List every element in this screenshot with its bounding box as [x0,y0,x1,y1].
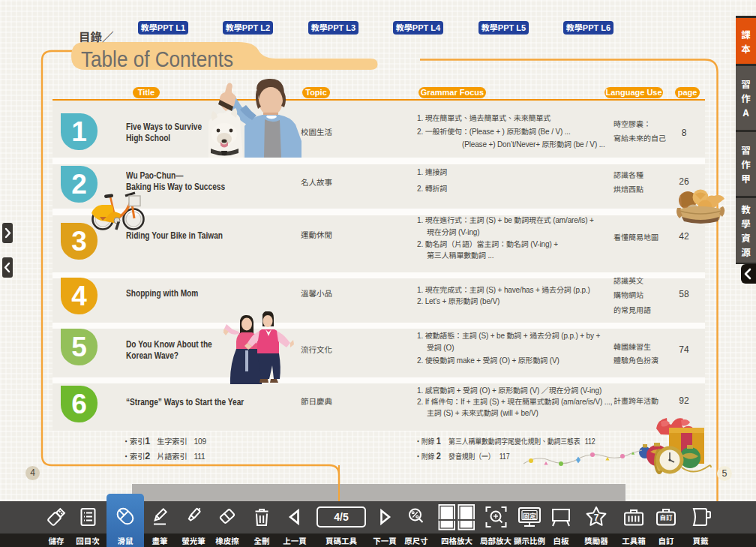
svg-text:固定: 固定 [523,511,536,521]
svg-text:自訂: 自訂 [659,512,673,521]
svg-text:4/5: 4/5 [334,511,349,523]
svg-text:7: 7 [594,512,599,523]
